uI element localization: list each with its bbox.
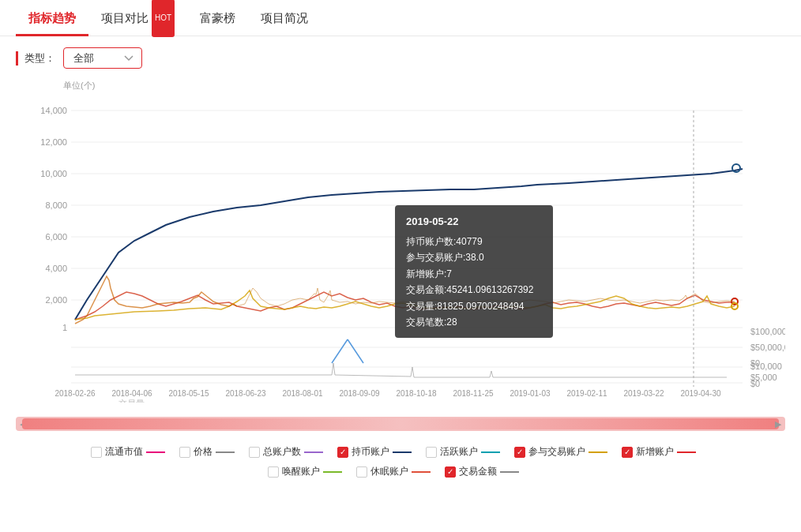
svg-text:2018-10-18: 2018-10-18	[396, 389, 437, 398]
legend-item-total-accounts[interactable]: 总账户数	[249, 445, 323, 459]
legend-row-1: 流通市值 价格 总账户数 持币账户 活跃账户 参与	[16, 445, 785, 459]
filter-bar: 类型： 全部 转账 合约	[0, 36, 801, 80]
svg-text:2019-04-30: 2019-04-30	[680, 389, 721, 398]
svg-text:2018-05-15: 2018-05-15	[168, 389, 209, 398]
legend-checkbox-market-cap[interactable]	[91, 447, 102, 458]
legend-line-active-accounts	[481, 451, 500, 453]
svg-text:$100,000,000: $100,000,000	[750, 327, 785, 336]
scrollbar-container[interactable]: ◀ ▶	[16, 417, 785, 431]
legend-line-new-accounts	[677, 451, 696, 453]
legend-item-wake-accounts[interactable]: 唤醒账户	[268, 465, 342, 478]
tab-metrics[interactable]: 指标趋势	[16, 0, 88, 36]
svg-text:2019-02-11: 2019-02-11	[566, 389, 607, 398]
legend-line-hold-accounts	[393, 451, 412, 453]
legend-checkbox-trade-accounts[interactable]	[514, 447, 525, 458]
legend-checkbox-trade-amount[interactable]	[445, 466, 456, 478]
legend-checkbox-new-accounts[interactable]	[622, 447, 633, 458]
tab-overview[interactable]: 项目简况	[248, 0, 321, 36]
svg-text:2018-09-09: 2018-09-09	[339, 389, 380, 398]
chart-wrapper: 14,000 12,000 10,000 8,000 6,000 4,000 2…	[16, 95, 785, 403]
svg-text:交易量: 交易量	[118, 399, 145, 403]
legend-label-total-accounts: 总账户数	[263, 445, 301, 459]
tab-compare[interactable]: 项目对比 HOT	[88, 0, 187, 36]
legend-row-2: 唤醒账户 休眠账户 交易金额	[16, 465, 785, 478]
scrollbar-right-arrow[interactable]: ▶	[771, 417, 785, 431]
legend-label-sleep-accounts: 休眠账户	[370, 465, 408, 478]
tab-metrics-label: 指标趋势	[28, 0, 76, 36]
legend-line-sleep-accounts	[412, 471, 431, 473]
svg-text:12,000: 12,000	[40, 137, 67, 147]
legend-label-price: 价格	[194, 445, 212, 459]
type-select-wrapper: 全部 转账 合约	[63, 47, 142, 69]
svg-text:2018-06-23: 2018-06-23	[225, 389, 266, 398]
svg-text:14,000: 14,000	[40, 106, 67, 115]
legend-item-trade-accounts[interactable]: 参与交易账户	[514, 445, 607, 459]
legend-item-trade-amount[interactable]: 交易金额	[445, 465, 519, 478]
legend-label-trade-accounts: 参与交易账户	[528, 445, 585, 459]
svg-text:$10,000: $10,000	[750, 362, 782, 371]
legend-item-market-cap[interactable]: 流通市值	[91, 445, 165, 459]
scrollbar-thumb[interactable]	[22, 418, 779, 429]
legend-item-hold-accounts[interactable]: 持币账户	[337, 445, 412, 459]
svg-text:8,000: 8,000	[45, 200, 67, 210]
svg-text:$0: $0	[750, 379, 760, 388]
legend-item-price[interactable]: 价格	[179, 445, 235, 459]
svg-text:2019-01-03: 2019-01-03	[510, 389, 551, 398]
svg-text:1: 1	[62, 323, 67, 332]
svg-text:2018-04-06: 2018-04-06	[111, 389, 152, 398]
tab-rich-label: 富豪榜	[200, 0, 235, 36]
legend-line-trade-accounts	[589, 451, 607, 453]
legend-item-new-accounts[interactable]: 新增账户	[622, 445, 696, 459]
legend-checkbox-price[interactable]	[179, 447, 190, 458]
legend-item-sleep-accounts[interactable]: 休眠账户	[356, 465, 431, 478]
tab-rich[interactable]: 富豪榜	[187, 0, 248, 36]
legend-line-total-accounts	[304, 451, 323, 453]
legend-line-trade-amount	[500, 471, 519, 473]
chart-y-label: 单位(个)	[63, 80, 785, 92]
legend-checkbox-sleep-accounts[interactable]	[356, 466, 367, 478]
legend-line-wake-accounts	[323, 471, 342, 473]
legend-line-price	[216, 451, 235, 453]
legend-label-active-accounts: 活跃账户	[440, 445, 478, 459]
svg-text:6,000: 6,000	[45, 232, 67, 242]
type-select[interactable]: 全部 转账 合约	[63, 47, 142, 69]
svg-text:4,000: 4,000	[45, 264, 67, 273]
chart-container: 单位(个) 14,000 12,000 10,00	[0, 80, 801, 410]
svg-text:10,000: 10,000	[40, 169, 67, 178]
legend-checkbox-total-accounts[interactable]	[249, 447, 260, 458]
legend-checkbox-active-accounts[interactable]	[426, 447, 437, 458]
legend-item-active-accounts[interactable]: 活跃账户	[426, 445, 500, 459]
legend-area: 流通市值 价格 总账户数 持币账户 活跃账户 参与	[0, 437, 801, 483]
svg-text:2019-03-22: 2019-03-22	[623, 389, 664, 398]
legend-label-wake-accounts: 唤醒账户	[282, 465, 320, 478]
svg-text:2018-02-26: 2018-02-26	[55, 389, 96, 398]
svg-text:2,000: 2,000	[45, 295, 67, 305]
main-chart[interactable]: 14,000 12,000 10,000 8,000 6,000 4,000 2…	[16, 95, 785, 403]
tab-overview-label: 项目简况	[261, 0, 308, 36]
tab-compare-label: 项目对比	[101, 0, 149, 36]
filter-label: 类型：	[16, 51, 55, 66]
svg-text:2018-11-25: 2018-11-25	[453, 389, 494, 398]
legend-label-market-cap: 流通市值	[105, 445, 143, 459]
legend-checkbox-hold-accounts[interactable]	[337, 447, 348, 458]
svg-text:$50,000,000: $50,000,000	[750, 343, 785, 352]
legend-label-new-accounts: 新增账户	[636, 445, 674, 459]
tab-compare-badge: HOT	[152, 0, 175, 37]
svg-rect-0	[16, 95, 785, 403]
legend-line-market-cap	[146, 451, 165, 453]
tab-bar: 指标趋势 项目对比 HOT 富豪榜 项目简况	[0, 0, 801, 36]
legend-label-hold-accounts: 持币账户	[352, 445, 389, 459]
legend-label-trade-amount: 交易金额	[459, 465, 497, 478]
legend-checkbox-wake-accounts[interactable]	[268, 466, 279, 478]
svg-text:2018-08-01: 2018-08-01	[282, 389, 323, 398]
